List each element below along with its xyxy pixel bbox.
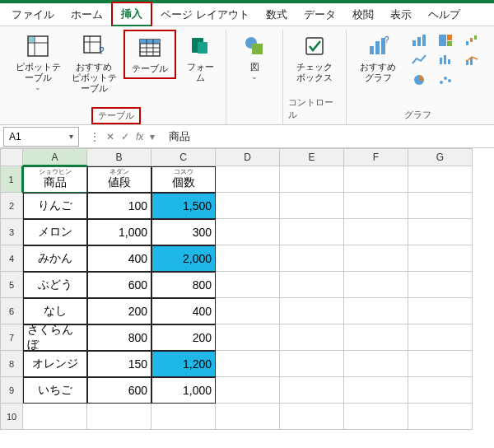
cell[interactable]: 150 — [87, 351, 151, 377]
cell[interactable] — [216, 193, 280, 219]
menu-review[interactable]: 校閲 — [344, 4, 382, 26]
cell[interactable]: オレンジ — [23, 351, 87, 377]
col-header-C[interactable]: C — [151, 148, 216, 166]
cell[interactable]: 400 — [151, 298, 216, 324]
cell[interactable] — [216, 324, 280, 351]
cell[interactable] — [216, 351, 280, 377]
cell[interactable] — [344, 245, 408, 272]
cell[interactable] — [280, 351, 344, 377]
cell-B1[interactable]: ネダン 値段 — [87, 166, 151, 193]
menu-help[interactable]: ヘルプ — [420, 4, 468, 26]
cell[interactable] — [408, 166, 473, 193]
cell[interactable] — [280, 245, 344, 272]
cell[interactable] — [344, 272, 408, 298]
cell-A1[interactable]: ショウヒン 商品 — [23, 166, 87, 193]
cell[interactable] — [216, 166, 280, 193]
recommend-pivot-button[interactable]: ? おすすめ ピボットテーブル — [68, 30, 120, 98]
cell[interactable] — [280, 272, 344, 298]
cell[interactable] — [280, 166, 344, 193]
cell[interactable] — [216, 298, 280, 324]
treemap-chart-button[interactable] — [436, 31, 455, 49]
name-box[interactable]: A1 ▾ — [3, 127, 79, 147]
cell[interactable] — [280, 377, 344, 404]
cell[interactable] — [216, 219, 280, 245]
cell[interactable]: 100 — [87, 193, 151, 219]
cell[interactable] — [216, 377, 280, 404]
cell[interactable]: りんご — [23, 193, 87, 219]
cell[interactable]: ぶどう — [23, 272, 87, 298]
col-header-A[interactable]: A — [23, 148, 87, 166]
cell[interactable] — [344, 404, 408, 430]
cell[interactable] — [344, 351, 408, 377]
cell[interactable]: 300 — [151, 219, 216, 245]
recommend-chart-button[interactable]: ? おすすめ グラフ — [352, 30, 404, 86]
cell[interactable]: 2,000 — [151, 245, 216, 272]
cell[interactable]: さくらんぼ — [23, 324, 87, 351]
waterfall-chart-button[interactable] — [462, 31, 482, 49]
menu-pagelayout[interactable]: ページ レイアウト — [152, 4, 258, 26]
cell[interactable]: いちご — [23, 377, 87, 404]
menu-home[interactable]: ホーム — [63, 4, 111, 26]
col-header-D[interactable]: D — [216, 148, 280, 166]
cell[interactable] — [280, 193, 344, 219]
cell[interactable] — [408, 298, 473, 324]
cell[interactable]: 1,200 — [151, 351, 216, 377]
column-chart-button[interactable] — [409, 31, 429, 49]
row-header[interactable]: 9 — [0, 377, 23, 404]
col-header-F[interactable]: F — [344, 148, 408, 166]
cell[interactable]: 800 — [87, 324, 151, 351]
cell[interactable] — [344, 377, 408, 404]
cell[interactable] — [408, 377, 473, 404]
form-button[interactable]: フォーム — [179, 30, 221, 86]
cell-C1[interactable]: コスウ 個数 — [151, 166, 216, 193]
more-icon[interactable]: ⋮ — [87, 131, 102, 142]
cell[interactable] — [23, 404, 87, 430]
row-header[interactable]: 6 — [0, 298, 23, 324]
cell[interactable] — [344, 193, 408, 219]
line-chart-button[interactable] — [409, 51, 429, 69]
confirm-icon[interactable]: ✓ — [119, 131, 132, 142]
menu-view[interactable]: 表示 — [382, 4, 420, 26]
cell[interactable]: 400 — [87, 245, 151, 272]
cell[interactable] — [344, 166, 408, 193]
cell[interactable] — [280, 404, 344, 430]
checkbox-button[interactable]: チェック ボックス — [288, 30, 341, 86]
cell[interactable] — [280, 219, 344, 245]
cell[interactable]: 1,500 — [151, 193, 216, 219]
cell[interactable] — [408, 351, 473, 377]
row-header[interactable]: 1 — [0, 166, 23, 193]
cell[interactable]: 1,000 — [87, 219, 151, 245]
cell[interactable] — [408, 219, 473, 245]
row-header[interactable]: 2 — [0, 193, 23, 219]
row-header[interactable]: 10 — [0, 404, 23, 430]
cell[interactable] — [408, 272, 473, 298]
cell[interactable] — [87, 404, 151, 430]
col-header-G[interactable]: G — [408, 148, 473, 166]
cell[interactable] — [280, 324, 344, 351]
row-header[interactable]: 3 — [0, 219, 23, 245]
cell[interactable] — [408, 193, 473, 219]
menu-insert[interactable]: 挿入 — [111, 2, 152, 27]
menu-formulas[interactable]: 数式 — [258, 4, 296, 26]
scatter-chart-button[interactable] — [436, 71, 455, 89]
select-all-corner[interactable] — [0, 148, 23, 166]
cell[interactable] — [216, 245, 280, 272]
menu-file[interactable]: ファイル — [3, 4, 63, 26]
cell[interactable] — [408, 404, 473, 430]
cell[interactable] — [216, 404, 280, 430]
chevron-down-icon[interactable]: ▾ — [147, 131, 157, 142]
cell[interactable] — [344, 298, 408, 324]
col-header-E[interactable]: E — [280, 148, 344, 166]
cell[interactable]: 1,000 — [151, 377, 216, 404]
cell[interactable] — [280, 298, 344, 324]
cell[interactable]: みかん — [23, 245, 87, 272]
cell[interactable] — [408, 324, 473, 351]
cell[interactable] — [344, 219, 408, 245]
cell[interactable]: 600 — [87, 377, 151, 404]
pie-chart-button[interactable] — [409, 71, 429, 89]
row-header[interactable]: 4 — [0, 245, 23, 272]
combo-chart-button[interactable] — [462, 51, 482, 69]
cell[interactable]: なし — [23, 298, 87, 324]
row-header[interactable]: 8 — [0, 351, 23, 377]
table-button[interactable]: テーブル — [124, 30, 176, 79]
